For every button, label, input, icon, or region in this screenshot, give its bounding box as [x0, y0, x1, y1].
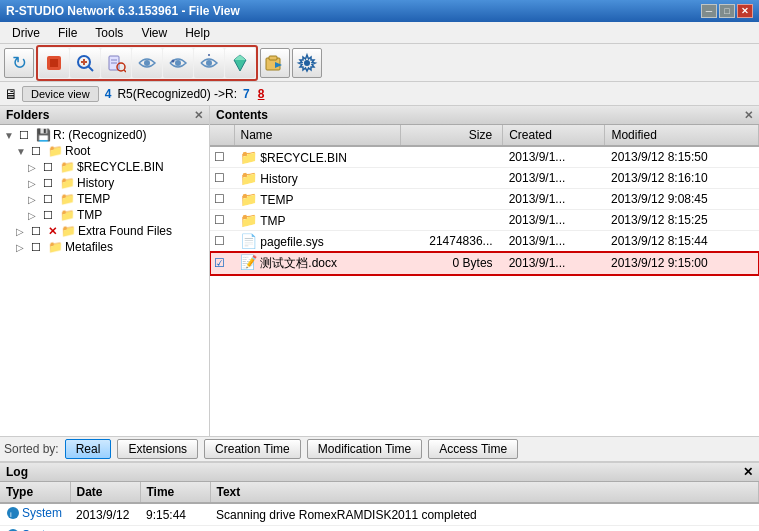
tree-item-extra[interactable]: ▷ ☐ ✕ 📁 Extra Found Files [14, 223, 207, 239]
menu-tools[interactable]: Tools [87, 24, 131, 42]
root-indent: ▼ ☐ 📁 Root ▷ ☐ 📁 $RECYCLE.BIN ▷ ☐ [2, 143, 207, 255]
sort-modification-button[interactable]: Modification Time [307, 439, 422, 459]
recycle-checkbox[interactable]: ☐ [43, 161, 57, 174]
table-row[interactable]: ☑ 📝 测试文档.docx 0 Bytes 2013/9/1... 2013/9… [210, 252, 759, 275]
table-row[interactable]: ☐ 📁 $RECYCLE.BIN 2013/9/1... 2013/9/12 8… [210, 146, 759, 168]
history-label: History [77, 176, 114, 190]
tree-item-temp[interactable]: ▷ ☐ 📁 TEMP [26, 191, 207, 207]
table-header-row: Name Size Created Modified [210, 125, 759, 146]
tree-item-history[interactable]: ▷ ☐ 📁 History [26, 175, 207, 191]
temp-icon: 📁 [60, 192, 75, 206]
maximize-button[interactable]: □ [719, 4, 735, 18]
folders-close-button[interactable]: ✕ [194, 109, 203, 122]
tab-7[interactable]: 7 [243, 87, 250, 101]
row-name: 📁 History [234, 168, 400, 189]
row-checkbox[interactable]: ☐ [210, 168, 234, 189]
sort-access-button[interactable]: Access Time [428, 439, 518, 459]
settings-button[interactable] [292, 48, 322, 78]
tree-item-metafiles[interactable]: ▷ ☐ 📁 Metafiles [14, 239, 207, 255]
view1-button[interactable] [132, 48, 162, 78]
history-checkbox[interactable]: ☐ [43, 177, 57, 190]
sort-extensions-button[interactable]: Extensions [117, 439, 198, 459]
drive-checkbox[interactable]: ☐ [19, 129, 33, 142]
row-checkbox[interactable]: ☐ [210, 189, 234, 210]
row-modified: 2013/9/12 9:15:00 [605, 252, 759, 275]
col-header-size[interactable]: Size [400, 125, 502, 146]
row-checkbox[interactable]: ☑ [210, 252, 234, 275]
table-row[interactable]: ☐ 📁 TEMP 2013/9/1... 2013/9/12 9:08:45 [210, 189, 759, 210]
refresh-button[interactable]: ↻ [4, 48, 34, 78]
gem-button[interactable] [225, 48, 255, 78]
drive-icon: 💾 [36, 128, 51, 142]
stop-button[interactable] [39, 48, 69, 78]
recycle-icon: 📁 [60, 160, 75, 174]
svg-marker-17 [234, 55, 246, 60]
row-created: 2013/9/1... [503, 146, 605, 168]
tree-item-tmp[interactable]: ▷ ☐ 📁 TMP [26, 207, 207, 223]
folders-panel: Folders ✕ ▼ ☐ 💾 R: (Recognized0) ▼ ☐ 📁 R… [0, 106, 210, 436]
row-modified: 2013/9/12 8:16:10 [605, 168, 759, 189]
menu-drive[interactable]: Drive [4, 24, 48, 42]
device-view-tab[interactable]: Device view [22, 86, 99, 102]
recycle-label: $RECYCLE.BIN [77, 160, 164, 174]
table-row[interactable]: ☐ 📁 History 2013/9/1... 2013/9/12 8:16:1… [210, 168, 759, 189]
tree-item-recycle[interactable]: ▷ ☐ 📁 $RECYCLE.BIN [26, 159, 207, 175]
meta-label: Metafiles [65, 240, 113, 254]
path-label: R5(Recognized0) ->R: [117, 87, 237, 101]
view2-button[interactable] [163, 48, 193, 78]
row-size [400, 189, 502, 210]
extra-icon: 📁 [61, 224, 76, 238]
log-header-row: Type Date Time Text [0, 482, 759, 503]
row-size [400, 168, 502, 189]
table-row[interactable]: ☐ 📄 pagefile.sys 21474836... 2013/9/1...… [210, 231, 759, 252]
tab-8[interactable]: 8 [258, 87, 265, 101]
col-header-modified[interactable]: Modified [605, 125, 759, 146]
row-checkbox[interactable]: ☐ [210, 231, 234, 252]
row-size [400, 210, 502, 231]
row-size: 21474836... [400, 231, 502, 252]
toggle-icon: ▷ [28, 194, 42, 205]
temp-checkbox[interactable]: ☐ [43, 193, 57, 206]
row-size: 0 Bytes [400, 252, 502, 275]
col-header-name[interactable]: Name [234, 125, 400, 146]
col-header-created[interactable]: Created [503, 125, 605, 146]
meta-checkbox[interactable]: ☐ [31, 241, 45, 254]
tab-number: 4 [105, 87, 112, 101]
root-label: Root [65, 144, 90, 158]
scan-button[interactable] [70, 48, 100, 78]
log-table: Type Date Time Text i System 2013/9/12 9… [0, 482, 759, 531]
log-rows: i System 2013/9/12 9:15:44 Scanning driv… [0, 503, 759, 531]
log-text: Scanning drive RomexRAMDISK2011 complete… [210, 503, 759, 526]
root-checkbox[interactable]: ☐ [31, 145, 45, 158]
view3-button[interactable] [194, 48, 224, 78]
close-button[interactable]: ✕ [737, 4, 753, 18]
contents-close-button[interactable]: ✕ [744, 109, 753, 122]
table-row[interactable]: ☐ 📁 TMP 2013/9/1... 2013/9/12 8:15:25 [210, 210, 759, 231]
svg-point-12 [175, 60, 181, 66]
extra-checkbox[interactable]: ☐ [31, 225, 45, 238]
toggle-icon: ▷ [28, 162, 42, 173]
row-checkbox[interactable]: ☐ [210, 146, 234, 168]
log-title: Log [6, 465, 28, 479]
row-name: 📄 pagefile.sys [234, 231, 400, 252]
row-created: 2013/9/1... [503, 252, 605, 275]
sort-bar: Sorted by: Real Extensions Creation Time… [0, 436, 759, 462]
tree-item-drive[interactable]: ▼ ☐ 💾 R: (Recognized0) [2, 127, 207, 143]
log-row: i System 2013/9/12 9:15:44 Scanning driv… [0, 503, 759, 526]
row-checkbox[interactable]: ☐ [210, 210, 234, 231]
minimize-button[interactable]: ─ [701, 4, 717, 18]
file-rows: ☐ 📁 $RECYCLE.BIN 2013/9/1... 2013/9/12 8… [210, 146, 759, 275]
menu-view[interactable]: View [133, 24, 175, 42]
fileview-button[interactable] [101, 48, 131, 78]
sort-creation-button[interactable]: Creation Time [204, 439, 301, 459]
recover-button[interactable] [260, 48, 290, 78]
sort-real-button[interactable]: Real [65, 439, 112, 459]
log-text: Enumeration of files for R: (Recognized0… [210, 526, 759, 532]
menu-file[interactable]: File [50, 24, 85, 42]
main-area: Folders ✕ ▼ ☐ 💾 R: (Recognized0) ▼ ☐ 📁 R… [0, 106, 759, 436]
log-panel: Log ✕ Type Date Time Text i System 2013/… [0, 462, 759, 531]
menu-help[interactable]: Help [177, 24, 218, 42]
log-close-button[interactable]: ✕ [743, 465, 753, 479]
tmp-checkbox[interactable]: ☐ [43, 209, 57, 222]
tree-item-root[interactable]: ▼ ☐ 📁 Root [14, 143, 207, 159]
